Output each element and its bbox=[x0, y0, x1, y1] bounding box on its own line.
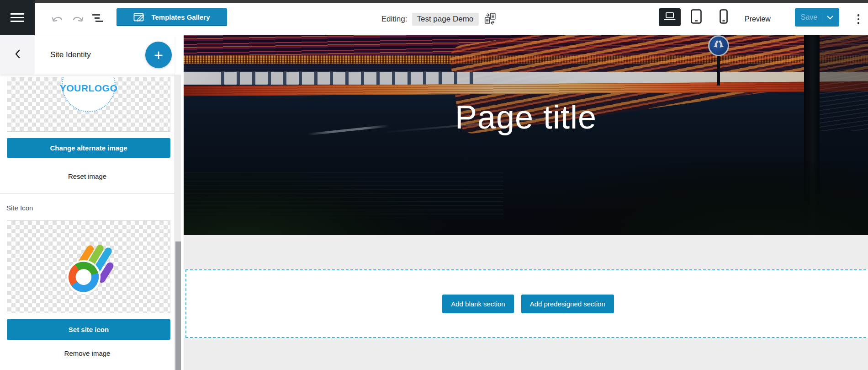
back-button[interactable] bbox=[0, 35, 35, 75]
page-title: Page title bbox=[184, 98, 868, 136]
site-icon-preview bbox=[7, 220, 170, 313]
desktop-preview-button[interactable] bbox=[659, 8, 681, 26]
add-blank-section-button[interactable]: Add blank section bbox=[442, 295, 513, 313]
redo-button[interactable] bbox=[69, 12, 86, 28]
plus-icon: + bbox=[154, 46, 163, 64]
preview-label: Preview bbox=[745, 15, 771, 23]
add-new-button[interactable]: + bbox=[145, 42, 172, 68]
save-chevron-down-icon bbox=[827, 16, 833, 20]
editing-label: Editing: bbox=[381, 15, 408, 24]
hero-image: Page title bbox=[184, 35, 868, 235]
logo-placeholder-text: YOURLOGO bbox=[7, 83, 170, 94]
page-name-chip[interactable]: Test page Demo bbox=[412, 13, 478, 26]
preview-button[interactable]: Preview bbox=[745, 3, 771, 35]
site-icon-heading: Site Icon bbox=[6, 204, 33, 212]
builder-toolbar: Templates Gallery Editing: Test page Dem… bbox=[0, 3, 868, 35]
add-predesigned-section-button[interactable]: Add predesigned section bbox=[521, 295, 614, 313]
remove-image-link[interactable]: Remove image bbox=[0, 349, 175, 357]
alternate-logo-preview: YOURLOGO bbox=[7, 77, 170, 132]
panel-title: Site Identity bbox=[50, 35, 91, 75]
window-top-strip bbox=[0, 0, 868, 3]
editing-group: Editing: Test page Demo bbox=[381, 3, 497, 35]
change-alternate-image-button[interactable]: Change alternate image bbox=[7, 138, 170, 158]
empty-section-dropzone: Add blank section Add predesigned sectio… bbox=[185, 269, 868, 338]
mobile-icon bbox=[720, 9, 728, 26]
switch-template-icon bbox=[483, 12, 496, 27]
save-label: Save bbox=[801, 13, 817, 21]
back-chevron-icon bbox=[14, 49, 21, 61]
customizer-sidebar: Site Identity + YOURLOGO Change alternat… bbox=[0, 35, 175, 370]
canvas-gray-band bbox=[184, 235, 868, 269]
templates-pencil-icon bbox=[133, 12, 146, 22]
logo-circle-placeholder bbox=[62, 77, 116, 112]
kebab-icon bbox=[857, 14, 860, 16]
switch-template-button[interactable] bbox=[483, 12, 497, 26]
tablet-icon bbox=[691, 9, 702, 26]
scrollbar-thumb[interactable] bbox=[175, 241, 181, 370]
site-icon-logo bbox=[59, 239, 119, 297]
section-divider bbox=[0, 193, 175, 194]
set-site-icon-button[interactable]: Set site icon bbox=[7, 319, 170, 340]
page-preview-canvas: Page title Add blank section Add predesi… bbox=[184, 35, 868, 370]
outline-steps-button[interactable] bbox=[91, 11, 107, 27]
desktop-icon bbox=[663, 12, 676, 23]
sidebar-header: Site Identity + bbox=[0, 35, 175, 75]
templates-gallery-label: Templates Gallery bbox=[151, 13, 210, 21]
save-button[interactable]: Save bbox=[795, 8, 839, 27]
hamburger-menu-button[interactable] bbox=[0, 0, 35, 35]
undo-icon bbox=[51, 14, 64, 26]
undo-button[interactable] bbox=[49, 12, 66, 28]
tablet-preview-button[interactable] bbox=[687, 9, 705, 26]
save-split-divider bbox=[822, 13, 822, 22]
mobile-preview-button[interactable] bbox=[715, 9, 732, 26]
templates-gallery-button[interactable]: Templates Gallery bbox=[116, 8, 227, 26]
sidebar-scrollbar-track bbox=[175, 75, 181, 370]
canvas-gray-band bbox=[184, 338, 868, 370]
redo-icon bbox=[71, 14, 84, 26]
reset-image-link[interactable]: Reset image bbox=[0, 172, 175, 180]
more-options-kebab-button[interactable] bbox=[852, 10, 865, 29]
